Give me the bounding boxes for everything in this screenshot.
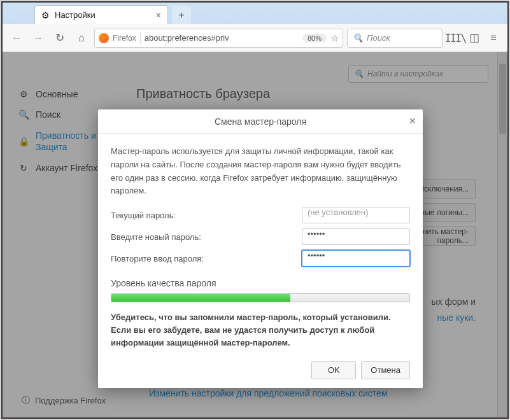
- search-bar[interactable]: 🔍 Поиск: [347, 29, 443, 48]
- new-tab-button[interactable]: +: [172, 6, 191, 24]
- library-button[interactable]: III\: [446, 29, 464, 47]
- ok-button[interactable]: OK: [311, 361, 356, 379]
- reload-button[interactable]: ↻: [51, 29, 69, 47]
- back-button[interactable]: ←: [8, 29, 25, 47]
- menu-button[interactable]: ≡: [485, 29, 502, 47]
- current-password-label: Текущий пароль:: [111, 211, 302, 220]
- quality-label: Уровень качества пароля: [111, 278, 410, 288]
- new-password-input[interactable]: ••••••: [302, 228, 410, 245]
- firefox-logo-icon: [99, 33, 109, 43]
- dialog-description: Мастер-пароль используется для защиты ли…: [111, 145, 410, 198]
- dialog-header: Смена мастер-пароля ✕: [98, 109, 423, 134]
- bookmark-star-icon[interactable]: ☆: [330, 32, 339, 44]
- new-password-label: Введите новый пароль:: [111, 232, 302, 242]
- search-placeholder: Поиск: [367, 33, 390, 43]
- firefox-label: Firefox: [113, 34, 136, 43]
- tab-title: Настройки: [55, 10, 96, 20]
- search-icon: 🔍: [353, 33, 363, 43]
- password-quality-meter: [111, 293, 410, 302]
- url-bar[interactable]: Firefox about:preferences#priv 80% ☆: [94, 29, 343, 48]
- dialog-title: Смена мастер-пароля: [215, 116, 306, 127]
- forward-button[interactable]: →: [29, 29, 47, 47]
- zoom-badge[interactable]: 80%: [302, 34, 327, 43]
- tab-close-icon[interactable]: ×: [156, 10, 161, 20]
- dialog-close-button[interactable]: ✕: [409, 116, 416, 126]
- repeat-password-label: Повторите ввод пароля:: [111, 254, 302, 263]
- cancel-button[interactable]: Отмена: [361, 361, 410, 379]
- sidebar-toggle-button[interactable]: ◫: [465, 29, 483, 47]
- current-password-input[interactable]: (не установлен): [302, 207, 410, 223]
- tab-settings[interactable]: ⚙ Настройки ×: [34, 5, 168, 24]
- dialog-warning: Убедитесь, что вы запомнили мастер-парол…: [111, 311, 410, 349]
- url-path: about:preferences#priv: [145, 33, 299, 43]
- master-password-dialog: Смена мастер-пароля ✕ Мастер-пароль испо…: [98, 109, 423, 388]
- repeat-password-input[interactable]: ••••••: [302, 250, 410, 267]
- toolbar: ← → ↻ ⌂ Firefox about:preferences#priv 8…: [3, 24, 507, 52]
- gear-icon: ⚙: [41, 10, 50, 20]
- home-button[interactable]: ⌂: [73, 29, 90, 47]
- divider: [140, 32, 141, 44]
- password-quality-fill: [111, 294, 290, 302]
- tab-strip: ⚙ Настройки × +: [3, 3, 507, 24]
